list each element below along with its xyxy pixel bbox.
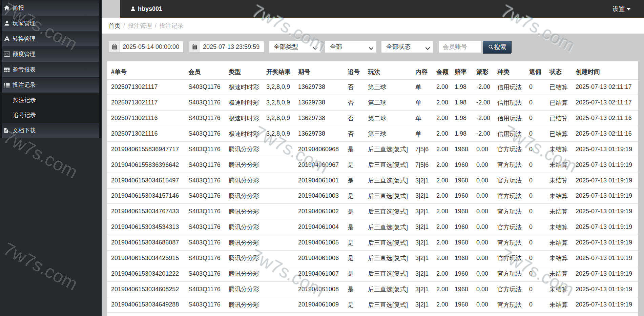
table-cell: 2.00 xyxy=(434,235,452,251)
table-row: 20250713021117S403Q1176极速时时彩3,2,8,0,9136… xyxy=(107,95,638,111)
table-cell: S403Q1176 xyxy=(186,188,226,204)
settings-menu[interactable]: 设置 xyxy=(612,5,644,13)
table-cell: 后三直选[复式] xyxy=(365,250,413,266)
records-panel: #单号会员类型开奖结果期号追号玩法内容金额赔率派彩种类返佣状态创建时间 2025… xyxy=(107,61,638,316)
table-cell: 已结算 xyxy=(547,95,573,111)
table-cell: 是 xyxy=(345,204,365,219)
sidebar-item-1[interactable]: 玩家管理 xyxy=(2,16,99,31)
date-from-input[interactable] xyxy=(120,41,184,53)
table-cell: 官方玩法 xyxy=(495,235,526,251)
table-cell: 20250713021116 xyxy=(107,111,186,126)
type-select[interactable]: 全部类型 xyxy=(269,41,320,53)
table-cell: 2.00 xyxy=(434,297,452,313)
table-cell: 1960 xyxy=(452,141,474,157)
table-cell: 20190406155836396642 xyxy=(107,157,186,173)
table-cell: 单 xyxy=(413,111,434,126)
date-to-group xyxy=(189,41,264,53)
table-cell xyxy=(264,297,295,313)
sidebar-item-2[interactable]: 转换管理 xyxy=(2,31,99,46)
table-cell: 20250713021116 xyxy=(107,126,186,142)
table-cell: 2025-07-13 02:11:16 xyxy=(573,126,638,142)
table-cell: S403Q1176 xyxy=(186,111,226,126)
lottery-select[interactable]: 全部 xyxy=(325,41,376,53)
table-cell: 1960 xyxy=(452,297,474,313)
table-cell: 第二球 xyxy=(365,111,413,126)
table-cell: 腾讯分分彩 xyxy=(226,281,264,297)
table-cell: 腾讯分分彩 xyxy=(226,219,264,235)
table-cell: 2.00 xyxy=(434,141,452,157)
table-cell: 2.00 xyxy=(434,111,452,126)
table-cell: S403Q1176 xyxy=(186,219,226,235)
table-cell: 2025-07-13 01:19:19 xyxy=(573,297,638,313)
table-cell: 已结算 xyxy=(547,126,573,142)
table-cell: 未结算 xyxy=(547,219,573,235)
table-cell: 3,2,8,0,9 xyxy=(264,95,295,111)
sidebar-subitem-6[interactable]: 投注记录 xyxy=(2,93,99,107)
table-cell: 单 xyxy=(413,126,434,142)
search-button[interactable]: 搜索 xyxy=(483,41,512,54)
table-cell: 否 xyxy=(345,126,365,142)
table-cell: 2025-07-13 02:11:17 xyxy=(573,79,638,95)
table-row: 20190406153034686087S403Q1176腾讯分分彩201904… xyxy=(107,235,638,251)
table-cell: 2.00 xyxy=(434,79,452,95)
table-cell: 是 xyxy=(345,281,365,297)
table-cell: 20190406153034201222 xyxy=(107,266,186,281)
table-cell: 信用玩法 xyxy=(495,95,526,111)
status-select[interactable]: 全部状态 xyxy=(381,41,433,53)
table-cell: 1.98 xyxy=(452,95,474,111)
table-cell: 第三球 xyxy=(365,79,413,95)
table-cell: 1960 xyxy=(452,281,474,297)
table-header-row: #单号会员类型开奖结果期号追号玩法内容金额赔率派彩种类返佣状态创建时间 xyxy=(107,61,638,79)
table-cell: 极速时时彩 xyxy=(226,95,264,111)
table-row: 20190406153034157146S403Q1176腾讯分分彩201904… xyxy=(107,188,638,204)
table-cell: 1.98 xyxy=(452,111,474,126)
table-cell: 7|5|6 xyxy=(413,141,434,157)
table-cell: 0.00 xyxy=(474,173,495,188)
sidebar-item-3[interactable]: 额度管理 xyxy=(2,46,99,62)
date-to-input[interactable] xyxy=(200,41,264,53)
sidebar-item-label: 投注记录 xyxy=(13,81,36,89)
table-cell: S403Q1176 xyxy=(186,157,226,173)
table-row: 20250713021116S403Q1176极速时时彩3,2,8,0,9136… xyxy=(107,111,638,126)
user-icon xyxy=(130,6,136,12)
sidebar-item-label: 文档下载 xyxy=(13,126,36,134)
sidebar-item-8[interactable]: 文档下载 xyxy=(2,123,99,138)
table-cell: 0 xyxy=(526,95,547,111)
table-cell: 2.00 xyxy=(434,219,452,235)
sidebar-item-0[interactable]: 简报 xyxy=(2,0,99,16)
table-cell: 未结算 xyxy=(547,188,573,204)
table-cell: 后三直选[复式] xyxy=(365,235,413,251)
sidebar-subitem-7[interactable]: 追号记录 xyxy=(2,107,99,122)
table-cell: 信用玩法 xyxy=(495,79,526,95)
calendar-icon xyxy=(189,41,200,53)
table-cell: 否 xyxy=(345,95,365,111)
table-cell: 官方玩法 xyxy=(495,173,526,188)
table-cell: 0 xyxy=(526,297,547,313)
type-select-wrap: 全部类型 xyxy=(269,41,320,53)
table-cell xyxy=(264,281,295,297)
table-cell: 2.00 xyxy=(434,95,452,111)
sidebar-menu: 简报玩家管理转换管理额度管理盈亏报表投注记录投注记录追号记录文档下载 xyxy=(2,0,99,138)
member-account-input[interactable] xyxy=(439,41,481,53)
table-cell: 是 xyxy=(345,235,365,251)
table-cell: 2.00 xyxy=(434,281,452,297)
table-cell: S403Q1176 xyxy=(186,141,226,157)
lottery-select-wrap: 全部 xyxy=(325,41,376,53)
table-cell: 已结算 xyxy=(547,111,573,126)
table-cell: 是 xyxy=(345,266,365,281)
table-cell: 0.00 xyxy=(474,204,495,219)
file-icon xyxy=(2,128,11,133)
table-cell: 官方玩法 xyxy=(495,250,526,266)
table-cell: 20190406153034534313 xyxy=(107,219,186,235)
sidebar-item-5[interactable]: 投注记录 xyxy=(2,77,99,93)
column-header: 金额 xyxy=(434,61,452,79)
table-cell: 2025-07-13 01:19:19 xyxy=(573,281,638,297)
table-row: 20190406153034425915S403Q1176腾讯分分彩201904… xyxy=(107,250,638,266)
table-cell: 未结算 xyxy=(547,173,573,188)
table-cell: 腾讯分分彩 xyxy=(226,235,264,251)
sidebar-item-4[interactable]: 盈亏报表 xyxy=(2,62,99,77)
current-user[interactable]: hbys001 xyxy=(120,5,162,13)
topbar-left-gap xyxy=(102,0,120,18)
table-cell: 2025-07-13 01:19:19 xyxy=(573,219,638,235)
breadcrumb-home-link[interactable]: 首页 xyxy=(108,22,121,30)
